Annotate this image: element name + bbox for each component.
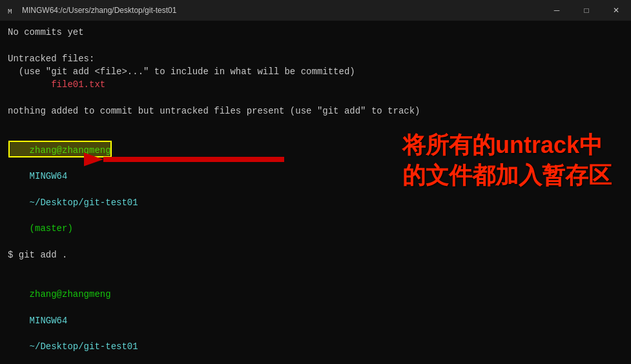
svg-text:M: M bbox=[8, 8, 12, 15]
prompt-app-2: MINGW64 bbox=[30, 316, 68, 326]
line-untracked-file: file01.txt bbox=[8, 78, 623, 91]
line-blank-4 bbox=[8, 261, 623, 274]
line-untracked-header: Untracked files: bbox=[8, 52, 623, 65]
close-button[interactable]: ✕ bbox=[601, 0, 631, 21]
prompt-branch-1: (master) bbox=[30, 223, 73, 234]
app-icon: M bbox=[6, 5, 17, 15]
prompt-app-1: MINGW64 bbox=[30, 171, 68, 181]
line-untracked-hint: (use "git add <file>..." to include in w… bbox=[8, 65, 623, 78]
line-no-commits-1: No commits yet bbox=[8, 26, 623, 39]
window-controls: ─ □ ✕ bbox=[542, 0, 631, 21]
window-title: MINGW64:/c/Users/zhang/Desktop/git-test0… bbox=[22, 6, 625, 15]
line-prompt-1: zhang@zhangmeng MINGW64 ~/Desktop/git-te… bbox=[8, 130, 623, 248]
line-blank-3 bbox=[8, 117, 623, 130]
line-blank-2 bbox=[8, 91, 623, 104]
title-bar: M MINGW64:/c/Users/zhang/Desktop/git-tes… bbox=[0, 0, 631, 21]
prompt-user-1: zhang@zhangmeng bbox=[30, 145, 111, 156]
line-nothing-added: nothing added to commit but untracked fi… bbox=[8, 105, 623, 117]
prompt-user-2: zhang@zhangmeng bbox=[30, 289, 111, 299]
prompt-path-2: ~/Desktop/git-test01 bbox=[30, 341, 138, 352]
prompt-path-1: ~/Desktop/git-test01 bbox=[30, 197, 138, 208]
terminal: No commits yet Untracked files: (use "gi… bbox=[0, 21, 631, 364]
line-blank-1 bbox=[8, 39, 623, 52]
maximize-button[interactable]: □ bbox=[572, 0, 601, 21]
minimize-button[interactable]: ─ bbox=[542, 0, 572, 21]
line-git-add: $ git add . bbox=[8, 248, 623, 261]
line-prompt-2: zhang@zhangmeng MINGW64 ~/Desktop/git-te… bbox=[8, 275, 623, 364]
